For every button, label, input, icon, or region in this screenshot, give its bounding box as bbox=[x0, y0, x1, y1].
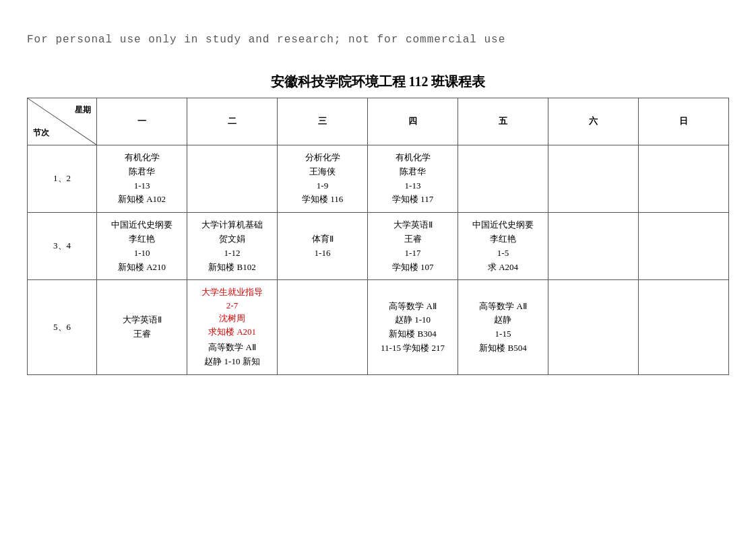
period-label-2: 5、6 bbox=[28, 280, 97, 375]
cell-r2-c3: 高等数学 AⅡ赵静 1-10新知楼 B30411-15 学知楼 217 bbox=[368, 280, 458, 375]
corner-label-bottom: 节次 bbox=[33, 127, 49, 139]
cell-r2-c5 bbox=[548, 280, 638, 375]
day-header-sun: 日 bbox=[638, 98, 728, 145]
day-header-thu: 四 bbox=[368, 98, 458, 145]
watermark-text: For personal use only in study and resea… bbox=[27, 34, 729, 46]
cell-r0-c0: 有机化学陈君华1-13新知楼 A102 bbox=[97, 145, 187, 213]
cell-r0-c2: 分析化学王海侠1-9学知楼 116 bbox=[278, 145, 368, 213]
cell-r0-c1 bbox=[187, 145, 278, 213]
corner-label-top: 星期 bbox=[75, 104, 91, 116]
cell-r1-c5 bbox=[548, 213, 638, 280]
day-header-tue: 二 bbox=[187, 98, 278, 145]
corner-header: 星期 节次 bbox=[28, 98, 97, 145]
cell-r2-c0: 大学英语Ⅱ王睿 bbox=[97, 280, 187, 375]
cell-r0-c3: 有机化学陈君华1-13学知楼 117 bbox=[368, 145, 458, 213]
cell-r1-c0: 中国近代史纲要李红艳1-10新知楼 A210 bbox=[97, 213, 187, 280]
cell-r1-c4: 中国近代史纲要李红艳1-5求 A204 bbox=[458, 213, 548, 280]
cell-r2-c1: 大学生就业指导2-7沈树周求知楼 A201高等数学 AⅡ赵静 1-10 新知 bbox=[187, 280, 278, 375]
cell-r0-c4 bbox=[458, 145, 548, 213]
day-header-fri: 五 bbox=[458, 98, 548, 145]
page-title: 安徽科技学院环境工程 112 班课程表 bbox=[27, 73, 729, 91]
cell-r0-c5 bbox=[548, 145, 638, 213]
day-header-mon: 一 bbox=[97, 98, 187, 145]
schedule-table: 星期 节次 一 二 三 四 五 六 日 1、2有机化学陈君华1-13新知楼 A1… bbox=[27, 98, 729, 375]
cell-r2-c6 bbox=[638, 280, 728, 375]
day-header-sat: 六 bbox=[548, 98, 638, 145]
cell-r2-c2 bbox=[278, 280, 368, 375]
cell-r0-c6 bbox=[638, 145, 728, 213]
cell-r1-c1: 大学计算机基础贺文娟1-12新知楼 B102 bbox=[187, 213, 278, 280]
cell-r2-c4: 高等数学 AⅡ赵静1-15新知楼 B504 bbox=[458, 280, 548, 375]
period-label-0: 1、2 bbox=[28, 145, 97, 213]
cell-r1-c6 bbox=[638, 213, 728, 280]
day-header-wed: 三 bbox=[278, 98, 368, 145]
period-label-1: 3、4 bbox=[28, 213, 97, 280]
cell-r1-c2: 体育Ⅱ1-16 bbox=[278, 213, 368, 280]
cell-r1-c3: 大学英语Ⅱ王睿1-17学知楼 107 bbox=[368, 213, 458, 280]
